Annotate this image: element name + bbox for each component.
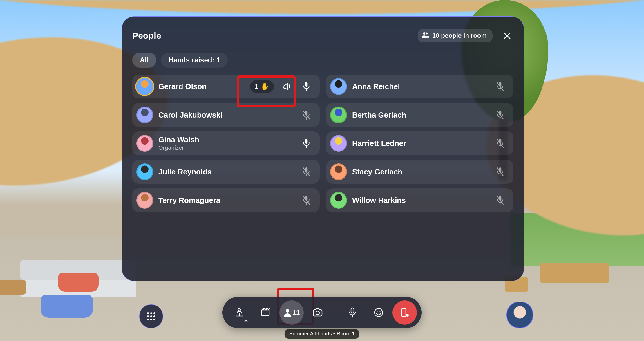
svg-point-10 [147,319,149,320]
mic-muted-icon[interactable] [493,165,507,179]
close-button[interactable] [501,29,513,42]
svg-point-21 [380,311,381,312]
name-column: Terry Romaguera [158,196,294,205]
participant-row[interactable]: Terry Romaguera [132,188,320,212]
participant-name: Terry Romaguera [158,196,294,205]
hand-order-number: 1 [255,83,258,90]
svg-rect-14 [262,310,269,316]
name-column: Bertha Gerlach [352,111,488,119]
svg-point-20 [377,311,378,312]
participant-name: Willow Harkins [352,196,488,205]
row-actions [493,108,507,122]
avatar [330,78,347,95]
app-launcher-button[interactable] [139,304,163,328]
participant-name: Stacy Gerlach [352,168,488,176]
microphone-button[interactable] [340,300,365,325]
name-column: Julie Reynolds [158,168,294,176]
mic-muted-icon[interactable] [299,108,313,122]
emoji-button[interactable] [366,300,391,325]
mic-muted-icon[interactable] [493,193,507,207]
name-column: Gerard Olson [158,82,245,91]
row-actions: 1✋ [250,80,313,93]
avatar [136,78,153,95]
people-panel: People 10 people in room All [122,16,524,281]
participant-row[interactable]: Harriett Ledner [326,131,513,155]
room-label: Summer All-hands • Room 1 [285,329,359,339]
camera-button[interactable] [305,300,330,325]
row-actions [493,80,507,93]
svg-point-16 [316,311,319,315]
participant-row[interactable]: Gina WalshOrganizer [132,131,320,155]
megaphone-button[interactable] [280,80,294,93]
name-column: Carol Jakubowski [158,111,294,119]
row-actions [299,108,313,122]
participant-subtitle: Organizer [158,145,294,151]
row-actions [299,165,313,179]
people-button[interactable]: 11 [279,300,304,325]
svg-rect-17 [351,308,354,313]
participant-name: Julie Reynolds [158,168,294,176]
person-icon [283,308,292,317]
avatar [136,192,153,209]
svg-point-19 [375,308,383,317]
scene-button[interactable] [253,300,278,325]
room-count-text: 10 people in room [432,32,487,39]
avatar [330,135,347,152]
mic-muted-icon[interactable] [299,165,313,179]
avatar [330,107,347,123]
row-actions [493,136,507,150]
svg-point-6 [153,312,155,314]
svg-point-12 [153,319,155,320]
tab-hands-raised-label: Hands raised: 1 [169,56,220,64]
mic-muted-icon[interactable] [493,80,507,93]
people-count: 11 [293,309,300,316]
name-column: Harriett Ledner [352,139,488,148]
row-actions [493,193,507,207]
participant-row[interactable]: Gerard Olson1✋ [132,75,320,98]
panel-title: People [132,31,161,41]
svg-point-15 [286,309,289,313]
mic-on-icon[interactable] [299,136,313,150]
chevron-up-icon [244,320,248,322]
name-column: Anna Reichel [352,82,488,91]
participant-row[interactable]: Anna Reichel [326,75,513,98]
avatar [136,163,153,180]
tab-hands-raised[interactable]: Hands raised: 1 [161,53,228,68]
participant-row[interactable]: Carol Jakubowski [132,103,320,127]
room-count-badge[interactable]: 10 people in room [418,29,493,42]
svg-point-9 [153,315,155,317]
svg-rect-22 [402,309,406,316]
participant-row[interactable]: Bertha Gerlach [326,103,513,127]
svg-point-5 [150,312,152,314]
svg-point-7 [147,315,149,317]
participant-name: Bertha Gerlach [352,111,488,119]
participant-name: Carol Jakubowski [158,111,294,119]
participant-row[interactable]: Julie Reynolds [132,160,320,184]
panel-header: People 10 people in room [132,27,513,44]
participant-name: Gerard Olson [158,82,245,91]
tab-all-label: All [140,56,149,64]
svg-rect-24 [406,315,408,315]
row-actions [299,193,313,207]
move-mode-button[interactable] [227,300,252,325]
avatar [330,163,347,180]
self-avatar[interactable] [506,302,533,328]
tab-all[interactable]: All [132,53,156,68]
hand-raised-order: 1✋ [250,80,274,93]
mic-muted-icon[interactable] [493,108,507,122]
exit-button[interactable] [392,300,417,325]
avatar [330,192,347,209]
mic-muted-icon[interactable] [299,193,313,207]
group-icon [422,32,429,39]
svg-point-4 [147,312,149,314]
participant-name: Gina Walsh [158,136,294,144]
svg-point-13 [238,308,240,311]
mic-on-icon[interactable] [299,80,313,93]
row-actions [299,136,313,150]
svg-point-0 [423,32,425,35]
mic-muted-icon[interactable] [493,136,507,150]
name-column: Gina WalshOrganizer [158,136,294,151]
participant-row[interactable]: Willow Harkins [326,188,513,212]
participant-row[interactable]: Stacy Gerlach [326,160,513,184]
name-column: Stacy Gerlach [352,168,488,176]
